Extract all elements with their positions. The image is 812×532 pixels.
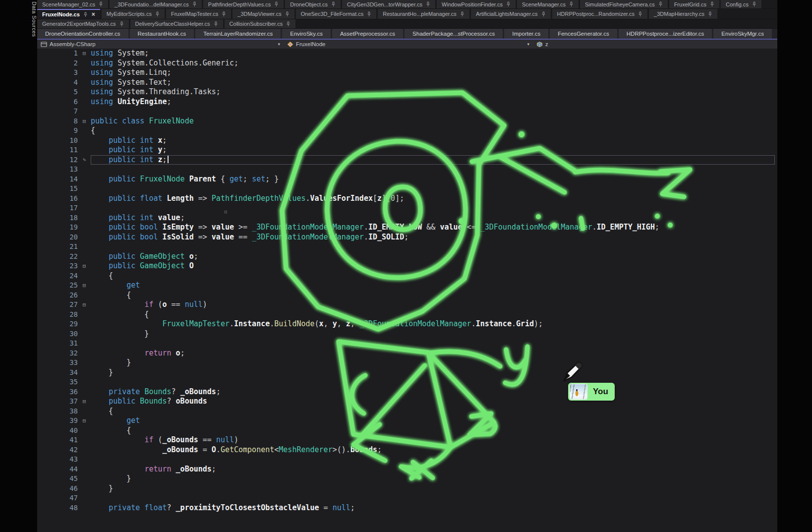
pin-icon[interactable]: [99, 1, 103, 7]
fold-marker-icon[interactable]: ⊟: [78, 416, 91, 426]
tab-collisionsubscriber-cs[interactable]: CollisionSubscriber.cs: [225, 19, 296, 28]
breadcrumb-member-dropdown[interactable]: z: [533, 40, 777, 49]
tab-simulatedfisheyecamera-cs[interactable]: SimulatedFisheyeCamera.cs: [580, 0, 668, 8]
tab-config-cs[interactable]: Config.cs: [721, 0, 761, 8]
pin-icon[interactable]: [638, 11, 642, 17]
code-text[interactable]: public Bounds? oBounds: [91, 397, 207, 407]
tab-scenemanager-cs[interactable]: SceneManager.cs: [517, 0, 579, 8]
code-text[interactable]: public FruxelNode Parent { get; set; }: [91, 175, 279, 184]
tab-fruxelnode-cs[interactable]: FruxelNode.cs×: [37, 9, 100, 19]
code-text[interactable]: using UnityEngine;: [91, 97, 172, 107]
code-text[interactable]: using System.Collections.Generic;: [91, 59, 238, 68]
pin-icon[interactable]: [192, 1, 197, 7]
pin-icon[interactable]: [506, 1, 511, 7]
code-text[interactable]: }: [91, 474, 131, 484]
tab-windowpositionfinder-cs[interactable]: WindowPositionFinder.cs: [437, 0, 516, 8]
code-text[interactable]: _oBounds = O.GetComponent<MeshRenderer>(…: [91, 445, 382, 455]
tool-tab-data-sources[interactable]: Data Sources: [29, 1, 37, 56]
tab-hdrppostproc-randomizer-cs[interactable]: HDRPPostproc...Randomizer.cs: [552, 9, 648, 19]
code-text[interactable]: {: [91, 310, 149, 320]
pin-icon[interactable]: [367, 11, 371, 17]
code-text[interactable]: return _oBounds;: [91, 465, 216, 474]
tab--3dfoundatio-delmanager-cs[interactable]: _3DFoundatio...delManager.cs: [110, 0, 202, 8]
code-text[interactable]: get: [91, 281, 140, 291]
pin-icon[interactable]: [541, 11, 546, 17]
code-text[interactable]: public bool IsEmpty => value >= _3DFound…: [91, 223, 659, 233]
code-text[interactable]: using System.Text;: [91, 78, 172, 88]
fold-marker-icon[interactable]: ⊟: [78, 117, 91, 126]
tab-myeditorscripts-cs[interactable]: MyEditorScripts.cs: [102, 9, 165, 19]
pin-icon[interactable]: [460, 11, 464, 17]
code-text[interactable]: if (_oBounds == null): [91, 435, 238, 445]
tab-enviroskymgr-cs[interactable]: EnviroSkyMgr.cs: [713, 29, 772, 39]
chevron-down-icon[interactable]: ▾: [527, 42, 529, 47]
code-text[interactable]: using System.Linq;: [91, 68, 172, 78]
code-text[interactable]: public class FruxelNode: [91, 117, 194, 126]
code-text[interactable]: }: [91, 329, 149, 339]
tab-droneobject-cs[interactable]: DroneObject.cs: [285, 0, 341, 8]
pin-icon[interactable]: [286, 21, 290, 27]
pin-icon[interactable]: [119, 21, 124, 27]
code-text[interactable]: public float Length => PathfinderDepthVa…: [91, 194, 404, 204]
pin-icon[interactable]: [752, 1, 756, 7]
tab-shaderpackage-stprocessor-cs[interactable]: ShaderPackage...stProcessor.cs: [405, 29, 503, 39]
code-editor[interactable]: 1⊟using System;2using System.Collections…: [37, 49, 777, 532]
code-text[interactable]: {: [91, 407, 113, 416]
code-text[interactable]: {: [91, 291, 131, 300]
tab-generator2exportmaptools-cs[interactable]: Generator2ExportMapTools.cs: [37, 19, 129, 28]
code-text[interactable]: }: [91, 484, 113, 494]
code-text[interactable]: }: [91, 358, 131, 368]
tab-scenemanager-02-cs[interactable]: SceneManager_02.cs: [37, 0, 108, 8]
code-text[interactable]: if (o == null): [91, 300, 207, 310]
tab-artificiallightsmanager-cs[interactable]: ArtificialLightsManager.cs: [471, 9, 551, 19]
tab-pathfinderdepthvalues-cs[interactable]: PathfinderDepthValues.cs: [203, 0, 284, 8]
code-text[interactable]: private float? _proximityToClosestObstac…: [91, 503, 355, 513]
code-text[interactable]: using System.Threading.Tasks;: [91, 87, 221, 97]
tab-deliverysurfaceclasshelper-cs[interactable]: DeliverySurfaceClassHelper.cs: [130, 19, 223, 28]
pin-icon[interactable]: [222, 11, 226, 17]
code-text[interactable]: get: [91, 416, 140, 426]
code-text[interactable]: {: [91, 271, 113, 281]
pin-icon[interactable]: [708, 11, 712, 17]
tab-terrainlayerrandomizer-cs[interactable]: TerrainLayerRandomizer.cs: [195, 29, 281, 39]
code-text[interactable]: using System;: [91, 49, 149, 59]
close-icon[interactable]: ×: [92, 11, 95, 17]
fold-marker-icon[interactable]: ⊟: [78, 300, 91, 310]
pin-icon[interactable]: [155, 11, 160, 17]
tab-restaurantho-plemanager-cs[interactable]: RestaurantHo...pleManager.cs: [378, 9, 469, 19]
tab-hdrppostproce-izereditor-cs[interactable]: HDRPPostproce...izerEditor.cs: [619, 29, 712, 39]
fold-marker-icon[interactable]: ⊟: [78, 49, 91, 59]
code-text[interactable]: FruxelMapTester.Instance.BuildNode(x, y,…: [91, 319, 543, 329]
tab-assetpreprocessor-cs[interactable]: AssetPreprocessor.cs: [332, 29, 403, 39]
tab-citygen3dgen-torwrapper-cs[interactable]: CityGen3DGen...torWrapper.cs: [342, 0, 435, 8]
code-text[interactable]: public int x;: [91, 136, 167, 146]
tab-restauranthook-cs[interactable]: RestaurantHook.cs: [130, 29, 194, 39]
breadcrumb-type-dropdown[interactable]: FruxelNode ▾: [284, 40, 533, 49]
code-text[interactable]: public GameObject O: [91, 261, 194, 271]
code-text[interactable]: {: [91, 126, 95, 136]
tab-fencesgenerator-cs[interactable]: FencesGenerator.cs: [550, 29, 617, 39]
pin-icon[interactable]: [331, 1, 336, 7]
code-text[interactable]: return o;: [91, 349, 185, 358]
pin-icon[interactable]: [710, 1, 714, 7]
tab-fruxelmaptester-cs[interactable]: FruxelMapTester.cs: [166, 9, 231, 19]
tab-droneorientationcontroller-cs[interactable]: DroneOrientationController.cs: [37, 29, 128, 39]
code-text[interactable]: }: [91, 368, 113, 378]
chevron-down-icon[interactable]: ▾: [278, 42, 280, 47]
code-text[interactable]: {: [91, 426, 131, 436]
code-text[interactable]: public int value;: [91, 213, 185, 223]
code-text[interactable]: public bool IsSolid => value == _3DFound…: [91, 233, 408, 242]
breadcrumb-project-dropdown[interactable]: Assembly-CSharp ▾: [37, 40, 284, 49]
pin-icon[interactable]: [569, 1, 574, 7]
code-text[interactable]: public GameObject o;: [91, 252, 198, 262]
code-text[interactable]: public int y;: [91, 145, 167, 155]
pin-icon[interactable]: [426, 1, 430, 7]
tab-onesec3d-fileformat-cs[interactable]: OneSec3D_FileFormat.cs: [296, 9, 377, 19]
tab-importer-cs[interactable]: Importer.cs: [504, 29, 548, 39]
pin-icon[interactable]: [274, 1, 279, 7]
tab-envirosky-cs[interactable]: EnviroSky.cs: [282, 29, 331, 39]
fold-marker-icon[interactable]: ⊟: [78, 261, 91, 271]
code-text[interactable]: public int z;: [91, 155, 169, 165]
tab--3dmaphierarchy-cs[interactable]: _3DMapHierarchy.cs: [649, 9, 717, 19]
pin-icon[interactable]: [285, 11, 290, 17]
